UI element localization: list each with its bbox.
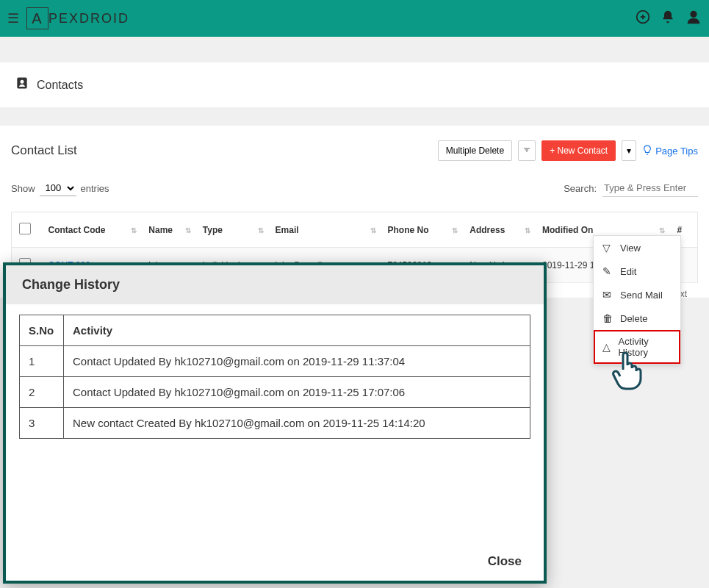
sort-icon[interactable]: ⇅ [131, 226, 137, 234]
col-activity: Activity [64, 315, 530, 346]
multiple-delete-button[interactable]: Multiple Delete [438, 140, 512, 161]
sort-icon[interactable]: ⇅ [185, 226, 191, 234]
history-row: 2 Contact Updated By hk102710@gmail.com … [20, 377, 530, 408]
multiple-delete-dropdown[interactable] [518, 140, 536, 161]
modal-body: S.No Activity 1 Contact Updated By hk102… [6, 304, 544, 542]
entries-select[interactable]: 100 [40, 180, 76, 196]
search-label: Search: [564, 183, 597, 194]
page-title: Contacts [37, 79, 83, 92]
col-sno: S.No [20, 315, 64, 346]
new-contact-dropdown[interactable]: ▾ [622, 140, 636, 161]
history-row: 1 Contact Updated By hk102710@gmail.com … [20, 346, 530, 377]
page-tips-label: Page Tips [655, 146, 698, 157]
trash-icon: 🗑 [602, 312, 614, 324]
history-table: S.No Activity 1 Contact Updated By hk102… [19, 315, 530, 439]
modal-title: Change History [22, 277, 528, 293]
sort-icon[interactable]: ⇅ [258, 226, 264, 234]
svg-point-5 [21, 80, 24, 84]
sort-icon[interactable]: ⇅ [525, 226, 530, 234]
logo[interactable]: A PEXDROID [26, 7, 129, 29]
lightbulb-icon [642, 145, 652, 157]
hamburger-icon[interactable]: ☰ [7, 10, 19, 26]
add-circle-icon[interactable] [636, 10, 650, 28]
col-name: Name⇅ [141, 212, 195, 248]
contacts-icon [15, 76, 29, 94]
entries-control: Show 100 entries [11, 180, 109, 196]
logo-a: A [26, 7, 48, 29]
topbar-left: ☰ A PEXDROID [7, 7, 129, 29]
bell-icon[interactable] [661, 10, 675, 28]
show-label: Show [11, 183, 35, 194]
row-actions-menu: ▽ View ✎ Edit ✉ Send Mail 🗑 Delete △ Act… [593, 235, 681, 365]
topbar-right [636, 9, 702, 29]
list-header: Contact List Multiple Delete + New Conta… [11, 140, 698, 161]
search-control: Search: [564, 179, 698, 197]
sort-icon[interactable]: ⇅ [452, 226, 458, 234]
user-icon[interactable] [685, 9, 702, 29]
view-icon: ▽ [602, 242, 614, 254]
col-email: Email⇅ [268, 212, 381, 248]
sort-icon[interactable]: ⇅ [659, 226, 665, 234]
new-contact-button[interactable]: + New Contact [541, 140, 616, 161]
topbar: ☰ A PEXDROID [0, 0, 709, 37]
col-phone: Phone No⇅ [381, 212, 463, 248]
svg-point-3 [690, 10, 697, 17]
change-history-modal: Change History S.No Activity 1 Contact U… [3, 262, 547, 584]
page-tips-link[interactable]: Page Tips [642, 145, 698, 157]
edit-icon: ✎ [602, 265, 614, 277]
menu-view[interactable]: ▽ View [594, 236, 680, 259]
menu-edit[interactable]: ✎ Edit [594, 259, 680, 283]
col-code: Contact Code⇅ [41, 212, 142, 248]
pointer-icon [610, 349, 647, 395]
mail-icon: ✉ [602, 289, 614, 301]
history-row: 3 New contact Created By hk102710@gmail.… [20, 408, 530, 439]
list-actions: Multiple Delete + New Contact ▾ Page Tip… [438, 140, 698, 161]
col-address: Address⇅ [462, 212, 535, 248]
col-type: Type⇅ [195, 212, 268, 248]
menu-delete[interactable]: 🗑 Delete [594, 306, 680, 330]
select-all-checkbox[interactable] [19, 223, 31, 234]
pagination-next-fragment: xt [680, 289, 687, 299]
table-controls: Show 100 entries Search: [11, 179, 698, 197]
entries-label: entries [81, 183, 109, 194]
close-button[interactable]: Close [488, 554, 522, 569]
modal-header: Change History [6, 265, 544, 304]
search-input[interactable] [602, 179, 698, 197]
logo-text: PEXDROID [48, 11, 129, 26]
menu-send-mail[interactable]: ✉ Send Mail [594, 283, 680, 306]
list-title: Contact List [11, 143, 77, 158]
modal-footer: Close [6, 542, 544, 581]
page-header: Contacts [0, 62, 709, 107]
sort-icon[interactable]: ⇅ [370, 226, 376, 234]
